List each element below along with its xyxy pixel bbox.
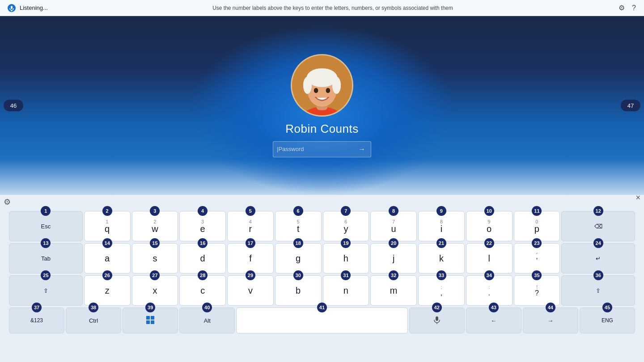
key-ctrl[interactable]: 38 Ctrl [66,307,121,333]
key-t[interactable]: 6 5 t [275,211,322,241]
key-question[interactable]: 35 ! ? [514,275,560,306]
badge-right: 47 [621,100,640,111]
topbar-right: ⚙ ? [618,3,637,13]
user-section: Robin Counts → [273,54,371,157]
key-e[interactable]: 4 3 e [179,211,226,241]
key-period[interactable]: 34 : . [466,275,513,306]
keyboard-row-4: 37 &123 38 Ctrl 39 40 Alt 41 4 [9,307,635,333]
topbar-left: Listening... [7,4,48,13]
lockscreen: Robin Counts → [0,16,644,195]
key-backspace[interactable]: 12 ⌫ [561,211,635,241]
keyboard-area: ⚙ × 1 Esc 2 1 q 3 2 w 4 3 e [0,195,644,362]
topbar-settings-button[interactable]: ⚙ [618,3,626,13]
key-c[interactable]: 28 c [179,275,226,306]
topbar-hint: Use the number labels above the keys to … [48,5,618,11]
username: Robin Counts [285,122,359,136]
password-submit-button[interactable]: → [356,144,367,154]
key-d[interactable]: 16 d [179,243,226,274]
key-x[interactable]: 27 x [132,275,178,306]
key-k[interactable]: 21 k [418,243,465,274]
key-h[interactable]: 19 h [323,243,369,274]
key-v[interactable]: 29 v [227,275,274,306]
key-tab[interactable]: 13 Tab [9,243,83,274]
key-l[interactable]: 22 l [466,243,513,274]
key-symbols[interactable]: 37 &123 [9,307,64,333]
keyboard-rows: 1 Esc 2 1 q 3 2 w 4 3 e 5 4 r [9,211,635,333]
svg-point-9 [332,76,341,93]
key-a[interactable]: 14 a [84,243,131,274]
key-alt[interactable]: 40 Alt [179,307,235,333]
key-right-arrow[interactable]: 44 → [523,307,578,333]
password-input[interactable] [277,146,356,152]
keyboard-row-3: 25 ⇧ 26 z 27 x 28 c 29 v 30 b [9,275,635,306]
topbar: Listening... Use the number labels above… [0,0,644,16]
key-f[interactable]: 17 f [227,243,274,274]
key-q[interactable]: 2 1 q [84,211,131,241]
key-n[interactable]: 31 n [323,275,369,306]
key-mic[interactable]: 42 [409,307,465,333]
svg-rect-12 [146,316,150,320]
key-shift-left[interactable]: 25 ⇧ [9,275,83,306]
key-y[interactable]: 7 6 y [323,211,369,241]
svg-rect-14 [146,320,150,324]
avatar [291,54,353,117]
svg-point-10 [314,88,318,93]
keyboard-close-button[interactable]: × [632,191,644,204]
topbar-help-button[interactable]: ? [631,3,637,13]
key-esc[interactable]: 1 Esc [9,211,83,241]
key-w[interactable]: 3 2 w [132,211,178,241]
keyboard-row-1: 1 Esc 2 1 q 3 2 w 4 3 e 5 4 r [9,211,635,241]
key-space[interactable]: 41 [236,307,407,333]
listening-icon [7,4,16,13]
svg-rect-16 [436,316,438,321]
keyboard-settings-button[interactable]: ⚙ [0,195,14,209]
key-j[interactable]: 20 j [370,243,417,274]
key-num-1: 1 [41,206,51,216]
key-m[interactable]: 32 m [370,275,417,306]
key-u[interactable]: 8 7 u [370,211,417,241]
keyboard-row-2: 13 Tab 14 a 15 s 16 d 17 f 18 g [9,243,635,274]
key-r[interactable]: 5 4 r [227,211,274,241]
key-z[interactable]: 26 z [84,275,131,306]
svg-point-8 [303,76,312,93]
key-left-arrow[interactable]: 43 ← [466,307,521,333]
key-windows[interactable]: 39 [123,307,178,333]
svg-point-11 [326,88,330,93]
svg-rect-1 [11,6,13,9]
key-s[interactable]: 15 s [132,243,178,274]
key-o[interactable]: 10 9 o [466,211,513,241]
svg-rect-13 [151,316,154,320]
key-b[interactable]: 30 b [275,275,322,306]
key-i[interactable]: 9 8 i [418,211,465,241]
key-enter[interactable]: 24 ↵ [561,243,635,274]
key-p[interactable]: 11 0 p [514,211,560,241]
svg-rect-15 [151,320,154,324]
key-comma[interactable]: 33 ; , [418,275,465,306]
key-lang[interactable]: 45 ENG [580,307,635,333]
topbar-status: Listening... [20,4,48,11]
key-shift-right[interactable]: 36 ⇧ [561,275,635,306]
password-field-container[interactable]: → [273,141,371,157]
key-apostrophe[interactable]: 23 " ' [514,243,560,274]
key-g[interactable]: 18 g [275,243,322,274]
badge-left: 46 [4,100,23,111]
